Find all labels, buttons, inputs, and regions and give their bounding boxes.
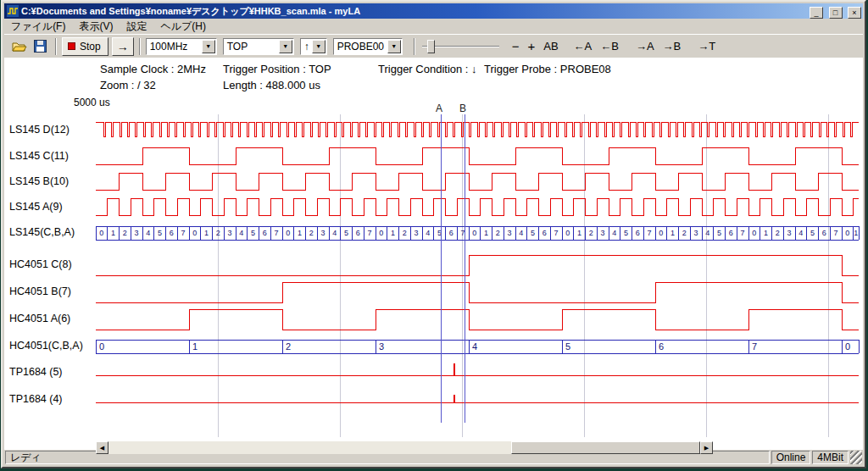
scroll-left-icon[interactable]: ◀: [96, 441, 108, 454]
scrollbar-thumb[interactable]: [511, 441, 700, 454]
trigger-position-info: Trigger Position : TOP: [223, 63, 331, 75]
toolbar-separator: [55, 38, 57, 55]
goto-trigger-button[interactable]: →T: [693, 37, 720, 56]
trigger-condition-info: Trigger Condition : ↓: [378, 63, 477, 75]
toolbar: Stop → 100MHz ▼ TOP ▼ ↑ ▼ PROBE00 ▼ − + …: [4, 34, 863, 58]
toolbar-separator: [139, 38, 141, 55]
save-file-button[interactable]: [30, 37, 50, 56]
sample-clock-select[interactable]: 100MHz ▼: [146, 38, 217, 55]
goto-marker-a-right-button[interactable]: →A: [632, 37, 659, 56]
trigger-position-value: TOP: [224, 41, 279, 53]
chevron-down-icon[interactable]: ▼: [202, 40, 215, 53]
stop-icon: [68, 42, 75, 50]
trigger-edge-value: ↑: [301, 41, 312, 53]
goto-marker-a-left-button[interactable]: ←A: [570, 37, 597, 56]
trigger-probe-value: PROBE00: [334, 41, 387, 53]
trigger-probe-select[interactable]: PROBE00 ▼: [333, 38, 403, 55]
maximize-button[interactable]: □: [829, 7, 843, 19]
stop-button[interactable]: Stop: [62, 37, 108, 56]
length-info: Length : 488.000 us: [223, 79, 320, 91]
open-folder-icon: [12, 41, 27, 53]
menu-file[interactable]: ファイル(F): [4, 19, 72, 35]
menu-settings[interactable]: 設定: [120, 19, 153, 35]
window-title: C:¥Documents and Settings¥noname¥デスクトップ¥…: [21, 5, 808, 18]
goto-marker-b-right-button[interactable]: →B: [659, 37, 686, 56]
waveform-client-area: [4, 58, 863, 450]
status-online: Online: [771, 451, 811, 464]
menu-view[interactable]: 表示(V): [72, 19, 120, 35]
chevron-down-icon[interactable]: ▼: [279, 40, 292, 53]
menu-help[interactable]: ヘルプ(H): [153, 19, 213, 35]
close-button[interactable]: ×: [848, 7, 861, 19]
resize-grip[interactable]: [850, 451, 862, 464]
horizontal-scrollbar[interactable]: ◀ ▶: [96, 441, 713, 454]
zoom-in-button[interactable]: +: [523, 37, 539, 56]
minimize-button[interactable]: _: [810, 7, 823, 19]
trigger-edge-select[interactable]: ↑ ▼: [300, 38, 327, 55]
scroll-right-icon[interactable]: ▶: [700, 441, 713, 454]
run-button[interactable]: →: [112, 37, 134, 56]
sample-clock-value: 100MHz: [147, 41, 202, 53]
stop-label: Stop: [80, 41, 101, 53]
chevron-down-icon[interactable]: ▼: [312, 40, 326, 53]
menu-bar: ファイル(F) 表示(V) 設定 ヘルプ(H): [4, 19, 863, 34]
chevron-down-icon[interactable]: ▼: [387, 40, 401, 53]
goto-marker-b-left-button[interactable]: ←B: [596, 37, 623, 56]
trigger-position-select[interactable]: TOP ▼: [223, 38, 294, 55]
title-bar: C:¥Documents and Settings¥noname¥デスクトップ¥…: [4, 3, 863, 19]
floppy-disk-icon: [34, 40, 47, 53]
app-window: C:¥Documents and Settings¥noname¥デスクトップ¥…: [1, 0, 866, 468]
zoom-info: Zoom : / 32: [100, 79, 156, 91]
status-memory: 4MBit: [812, 451, 849, 464]
zoom-slider[interactable]: [420, 38, 501, 55]
window-controls: _ □ ×: [808, 3, 861, 19]
trigger-probe-info: Trigger Probe : PROBE08: [484, 63, 611, 75]
zoom-out-button[interactable]: −: [508, 37, 524, 56]
zoom-slider-handle[interactable]: [427, 40, 435, 53]
toolbar-separator: [414, 38, 415, 55]
open-file-button[interactable]: [9, 37, 30, 56]
time-origin-label: 5000 us: [74, 97, 110, 108]
sample-clock-info: Sample Clock : 2MHz: [100, 63, 206, 75]
ab-range-button[interactable]: AB: [539, 37, 562, 56]
app-icon: [7, 5, 19, 17]
